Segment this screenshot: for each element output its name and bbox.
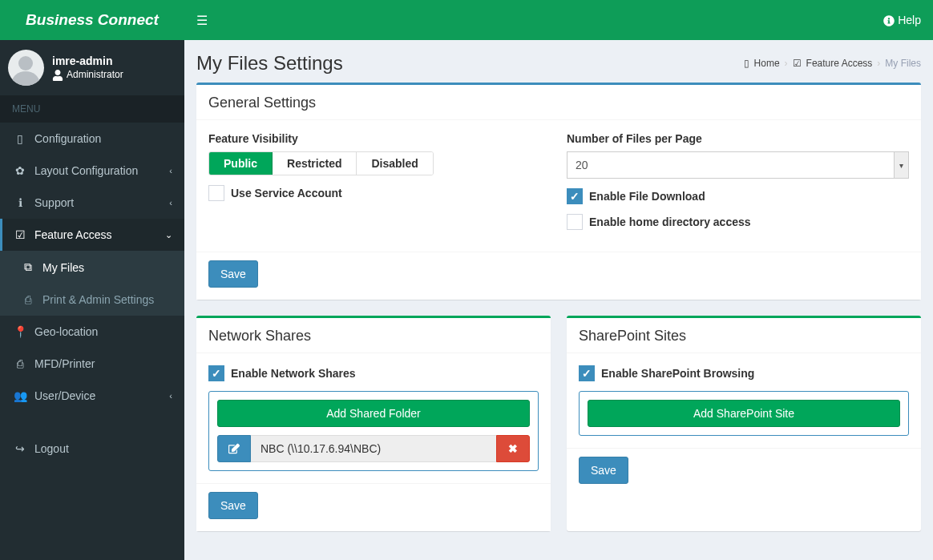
user-role: Administrator (52, 69, 123, 81)
close-icon: ✖ (508, 442, 518, 455)
chevron-down-icon: ⌄ (165, 230, 172, 240)
visibility-disabled[interactable]: Disabled (357, 152, 432, 175)
printer-icon: ⎙ (20, 293, 36, 306)
printer-icon: ⎙ (12, 357, 28, 370)
sidebar-item-feature-access[interactable]: ☑ Feature Access ⌄ (0, 219, 184, 251)
help-icon (883, 14, 895, 26)
files-per-page-label: Number of Files per Page (567, 132, 909, 145)
help-link[interactable]: Help (883, 14, 921, 26)
visibility-restricted[interactable]: Restricted (273, 152, 357, 175)
sidebar-item-my-files[interactable]: ⧉ My Files (0, 251, 184, 284)
sidebar-item-layout[interactable]: ✿ Layout Configuration ‹ (0, 155, 184, 187)
breadcrumb-feature-access[interactable]: Feature Access (806, 58, 873, 69)
logout-icon: ↪ (12, 442, 28, 455)
sharepoint-panel: Add SharePoint Site (579, 391, 909, 436)
enable-shares-label: Enable Network Shares (231, 367, 356, 380)
users-icon: 👥 (12, 389, 28, 402)
general-settings-title: General Settings (208, 95, 909, 111)
sidebar-item-configuration[interactable]: ▯ Configuration (0, 123, 184, 155)
general-save-button[interactable]: Save (208, 260, 258, 288)
content-header: My Files Settings ▯ Home › ☑ Feature Acc… (184, 40, 933, 83)
info-icon: ℹ (12, 196, 28, 209)
enable-download-checkbox[interactable]: ✓ (567, 188, 583, 204)
sharepoint-title: SharePoint Sites (579, 328, 909, 344)
visibility-toggle: Public Restricted Disabled (208, 151, 434, 175)
breadcrumb-current: My Files (885, 58, 921, 69)
user-name: imre-admin (52, 54, 123, 67)
chevron-down-icon: ▾ (894, 152, 908, 178)
tablet-icon: ▯ (12, 132, 28, 145)
enable-download-label: Enable File Download (589, 190, 705, 203)
sidebar-item-logout[interactable]: ↪ Logout (0, 433, 184, 465)
check-square-icon: ☑ (793, 58, 802, 69)
sidebar-item-print-admin[interactable]: ⎙ Print & Admin Settings (0, 284, 184, 316)
use-service-label: Use Service Account (231, 187, 342, 199)
shares-panel: Add Shared Folder NBC (\\10.17.6.94\NBC)… (208, 391, 539, 471)
pencil-icon (228, 443, 240, 454)
sharepoint-save-button[interactable]: Save (579, 457, 628, 484)
enable-home-label: Enable home directory access (589, 216, 751, 228)
shares-save-button[interactable]: Save (208, 492, 258, 519)
chevron-left-icon: ‹ (169, 198, 172, 207)
tablet-icon: ▯ (744, 58, 749, 69)
visibility-public[interactable]: Public (209, 152, 273, 175)
page-title: My Files Settings (196, 52, 343, 75)
enable-shares-checkbox[interactable]: ✓ (208, 365, 224, 381)
files-per-page-select[interactable]: 20 ▾ (567, 151, 909, 179)
user-panel: imre-admin Administrator (0, 40, 184, 95)
hamburger-icon[interactable]: ☰ (196, 13, 208, 28)
avatar (8, 50, 44, 86)
network-shares-box: Network Shares ✓ Enable Network Shares A… (196, 316, 551, 531)
add-sharepoint-button[interactable]: Add SharePoint Site (588, 400, 900, 427)
visibility-label: Feature Visibility (208, 132, 551, 145)
main: ☰ Help My Files Settings ▯ Home › ☑ Feat… (184, 0, 933, 560)
sidebar-item-user-device[interactable]: 👥 User/Device ‹ (0, 380, 184, 412)
delete-share-button[interactable]: ✖ (496, 435, 530, 462)
breadcrumb-home[interactable]: Home (754, 58, 780, 69)
chevron-left-icon: ‹ (169, 391, 172, 401)
share-name: NBC (\\10.17.6.94\NBC) (251, 435, 496, 462)
sidebar-item-mfd[interactable]: ⎙ MFD/Printer (0, 348, 184, 380)
topbar: ☰ Help (184, 0, 933, 40)
user-icon (52, 69, 63, 81)
breadcrumb: ▯ Home › ☑ Feature Access › My Files (744, 58, 921, 69)
share-item: NBC (\\10.17.6.94\NBC) ✖ (217, 435, 530, 462)
check-square-icon: ☑ (12, 228, 28, 241)
enable-sharepoint-checkbox[interactable]: ✓ (579, 365, 595, 381)
enable-sharepoint-label: Enable SharePoint Browsing (601, 367, 754, 380)
network-shares-title: Network Shares (208, 328, 539, 344)
pin-icon: 📍 (12, 325, 28, 338)
sharepoint-box: SharePoint Sites ✓ Enable SharePoint Bro… (567, 316, 921, 531)
general-settings-box: General Settings Feature Visibility Publ… (196, 83, 921, 300)
enable-home-checkbox[interactable] (567, 214, 583, 230)
edit-share-button[interactable] (217, 435, 251, 462)
sidebar-item-geo[interactable]: 📍 Geo-location (0, 316, 184, 348)
menu-header: MENU (0, 95, 184, 123)
add-shared-folder-button[interactable]: Add Shared Folder (217, 400, 530, 427)
chevron-left-icon: ‹ (169, 166, 172, 175)
gear-icon: ✿ (12, 164, 28, 177)
sidebar: Business Connect imre-admin Administrato… (0, 0, 184, 560)
sidebar-item-support[interactable]: ℹ Support ‹ (0, 187, 184, 219)
use-service-checkbox[interactable] (208, 185, 224, 201)
brand-logo: Business Connect (0, 0, 184, 40)
copy-icon: ⧉ (20, 260, 36, 274)
